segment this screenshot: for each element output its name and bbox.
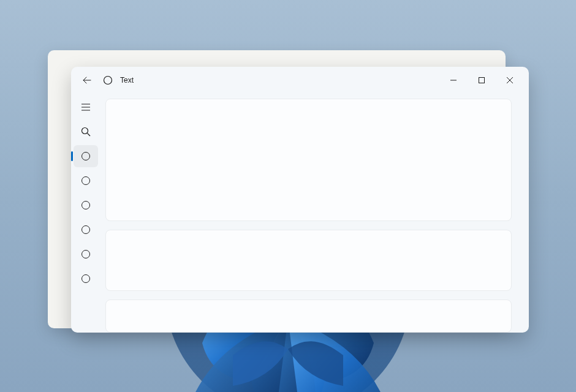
maximize-icon [479, 77, 485, 83]
nav-search[interactable] [74, 121, 98, 143]
circle-icon [81, 176, 90, 185]
svg-rect-3 [479, 78, 485, 83]
close-icon [507, 77, 513, 83]
hamburger-icon [81, 102, 91, 112]
window-controls [439, 70, 524, 90]
content-card-2 [105, 230, 512, 291]
minimize-button[interactable] [439, 70, 468, 90]
svg-line-10 [88, 134, 91, 137]
circle-icon [81, 201, 90, 209]
content-area [71, 94, 529, 333]
content-card-1 [105, 99, 512, 221]
nav-item-2[interactable] [74, 170, 98, 192]
minimize-icon [450, 77, 457, 83]
circle-icon [81, 274, 90, 283]
nav-item-5[interactable] [74, 243, 98, 265]
nav-hamburger[interactable] [74, 96, 98, 118]
nav-item-6[interactable] [74, 268, 98, 290]
circle-icon [81, 152, 90, 160]
nav-item-3[interactable] [74, 194, 98, 216]
back-button[interactable] [76, 69, 98, 91]
titlebar: Text [71, 67, 529, 94]
close-button[interactable] [496, 70, 524, 90]
svg-point-9 [82, 128, 88, 134]
window-title: Text [120, 76, 439, 85]
app-window: Text [71, 67, 529, 333]
main-panel [100, 94, 529, 333]
navigation-rail [71, 94, 100, 333]
circle-icon [81, 225, 90, 234]
arrow-left-icon [83, 76, 91, 85]
nav-item-1[interactable] [74, 145, 98, 167]
content-card-3 [105, 300, 512, 333]
search-icon [81, 127, 91, 137]
circle-icon [81, 250, 90, 258]
nav-item-4[interactable] [74, 219, 98, 241]
svg-point-1 [104, 77, 112, 85]
app-icon [103, 75, 113, 85]
maximize-button[interactable] [468, 70, 496, 90]
